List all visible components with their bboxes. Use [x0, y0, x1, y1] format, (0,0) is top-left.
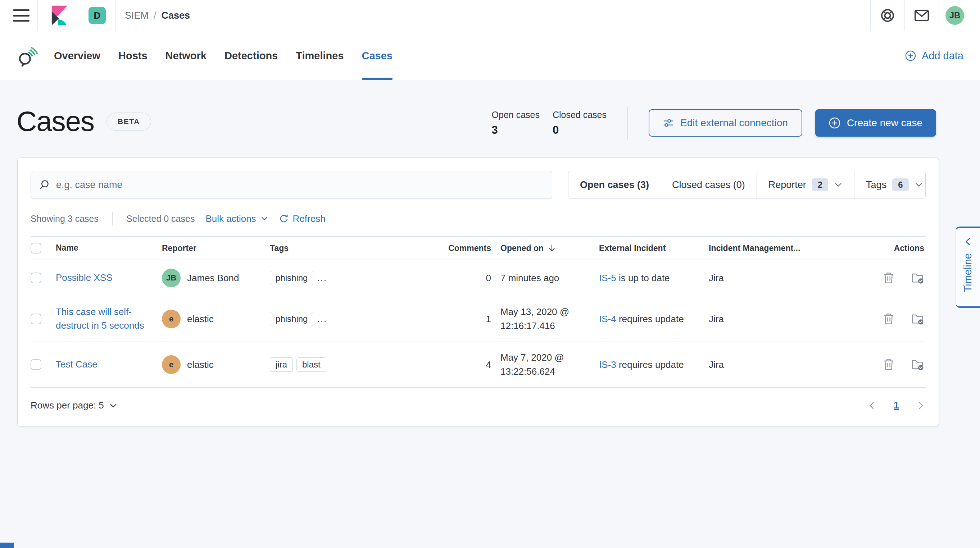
tags-count-badge: 6: [892, 178, 908, 191]
filter-reporter[interactable]: Reporter 2: [757, 171, 854, 199]
timeline-label: Timeline: [962, 253, 974, 292]
sort-desc-icon: [547, 243, 557, 253]
opened-on-value: 7 minutes ago: [491, 271, 599, 285]
tab-timelines[interactable]: Timelines: [296, 32, 344, 80]
page-title: Cases: [17, 105, 94, 138]
tags-overflow[interactable]: ...: [317, 314, 327, 325]
tab-detections[interactable]: Detections: [224, 32, 278, 80]
row-checkbox[interactable]: [30, 273, 41, 283]
siem-logo: [17, 45, 38, 67]
filter-reporter-label: Reporter: [768, 179, 806, 191]
edit-external-connection-button[interactable]: Edit external connection: [649, 109, 802, 137]
closed-cases-value: 0: [553, 124, 606, 137]
newsfeed-button[interactable]: [905, 0, 939, 31]
comments-count: 0: [405, 273, 491, 284]
menu-icon[interactable]: [13, 10, 30, 22]
folder-check-icon: [911, 359, 924, 371]
reporter-name: James Bond: [187, 273, 239, 284]
incident-management-value: Jira: [709, 314, 826, 325]
folder-check-icon: [911, 272, 924, 284]
mail-icon: [914, 10, 929, 22]
delete-case-button[interactable]: [883, 313, 895, 325]
case-search-input[interactable]: [56, 179, 544, 191]
top-chrome-bar: D SIEM / Cases JB: [0, 0, 980, 31]
divider: [79, 0, 79, 31]
chevron-down-icon: [261, 214, 268, 222]
select-all-checkbox[interactable]: [30, 243, 41, 254]
opened-on-value: May 7, 2020 @ 13:22:56.624: [491, 351, 599, 379]
external-incident-status: requires update: [619, 314, 684, 324]
open-cases-value: 3: [492, 124, 540, 137]
edit-external-connection-label: Edit external connection: [680, 117, 788, 129]
table-row: Possible XSS JB James Bond phishing ... …: [30, 260, 926, 296]
breadcrumb-app[interactable]: SIEM: [125, 10, 149, 21]
prev-page-icon[interactable]: [867, 400, 877, 411]
tag-badge: phishing: [270, 312, 313, 326]
rows-per-page-button[interactable]: Rows per page: 5: [30, 400, 118, 411]
kibana-logo[interactable]: [48, 5, 69, 26]
tag-badge: phishing: [270, 271, 313, 285]
case-name-link[interactable]: Possible XSS: [56, 272, 113, 283]
tab-hosts[interactable]: Hosts: [118, 32, 148, 80]
col-header-incident-management: Incident Management...: [709, 243, 826, 253]
breadcrumb-page: Cases: [162, 10, 190, 21]
reporter-name: elastic: [187, 314, 214, 325]
delete-case-button[interactable]: [883, 359, 895, 371]
delete-case-button[interactable]: [883, 272, 895, 284]
external-incident-link[interactable]: IS-4: [599, 314, 616, 324]
col-header-name[interactable]: Name: [56, 242, 162, 254]
opened-on-value: May 13, 2020 @ 12:16:17.416: [491, 305, 599, 333]
next-page-icon[interactable]: [916, 400, 926, 411]
plus-circle-icon: [829, 117, 840, 129]
col-header-comments: Comments: [405, 243, 491, 253]
plus-circle-icon: [905, 50, 916, 61]
trash-icon: [883, 272, 895, 284]
cases-table: Name Reporter Tags Comments Opened on Ex…: [30, 236, 926, 388]
rows-per-page-label: Rows per page: 5: [30, 400, 104, 411]
closed-cases-label: Closed cases: [553, 110, 606, 120]
col-header-reporter: Reporter: [162, 243, 270, 253]
user-avatar[interactable]: JB: [945, 6, 964, 25]
help-button[interactable]: [871, 0, 904, 31]
filter-open-cases[interactable]: Open cases (3): [568, 171, 660, 199]
add-data-button[interactable]: Add data: [905, 32, 963, 80]
reporter-avatar: e: [162, 355, 181, 374]
external-incident-status: is up to date: [619, 273, 670, 283]
search-icon: [39, 179, 50, 190]
row-checkbox[interactable]: [30, 314, 41, 324]
refresh-button[interactable]: Refresh: [279, 213, 326, 224]
bulk-actions-label: Bulk actions: [205, 213, 256, 224]
open-cases-label: Open cases: [492, 110, 540, 120]
tab-overview[interactable]: Overview: [54, 32, 100, 80]
bulk-actions-button[interactable]: Bulk actions: [205, 213, 268, 224]
col-header-opened-on[interactable]: Opened on: [491, 242, 599, 254]
case-name-link[interactable]: Test Case: [56, 359, 97, 370]
space-avatar[interactable]: D: [89, 7, 106, 24]
timeline-toggle-button[interactable]: Timeline: [956, 227, 980, 308]
nav-tabs: Overview Hosts Network Detections Timeli…: [54, 32, 393, 80]
col-header-external-incident: External Incident: [599, 243, 709, 253]
external-incident-link[interactable]: IS-5: [599, 273, 616, 283]
table-row: This case will self-destruct in 5 second…: [30, 296, 926, 342]
sliders-icon: [663, 118, 674, 129]
tab-network[interactable]: Network: [165, 32, 207, 80]
push-external-incident-button[interactable]: [911, 313, 924, 325]
reporter-avatar: JB: [162, 268, 181, 287]
breadcrumb: SIEM / Cases: [125, 10, 190, 21]
row-checkbox[interactable]: [30, 359, 41, 370]
filter-tags[interactable]: Tags 6: [854, 171, 926, 199]
filter-closed-cases[interactable]: Closed cases (0): [660, 171, 757, 199]
tags-overflow[interactable]: ...: [317, 273, 327, 284]
tab-cases[interactable]: Cases: [362, 32, 393, 80]
push-external-incident-button[interactable]: [911, 359, 924, 371]
chevron-left-icon: [963, 237, 973, 247]
external-incident-link[interactable]: IS-3: [599, 359, 616, 370]
create-new-case-button[interactable]: Create new case: [815, 109, 936, 137]
case-name-link[interactable]: This case will self-destruct in 5 second…: [56, 307, 144, 331]
col-header-actions: Actions: [826, 243, 926, 253]
page-number[interactable]: 1: [894, 400, 899, 411]
add-data-label: Add data: [922, 50, 963, 62]
push-external-incident-button[interactable]: [911, 272, 924, 284]
tag-badge: jira: [270, 357, 293, 372]
incident-management-value: Jira: [709, 359, 826, 370]
